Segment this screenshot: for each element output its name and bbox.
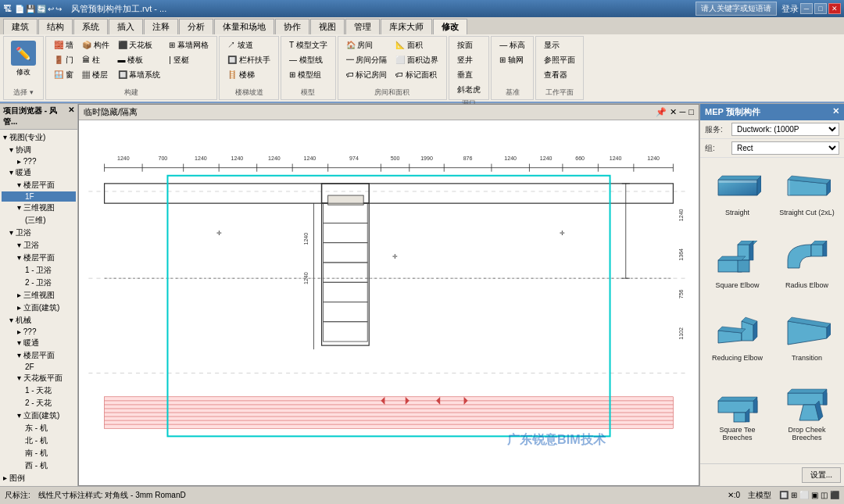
tree-item-schedules[interactable]: ▾ 明细表/数量: [2, 484, 76, 486]
modify-btn[interactable]: ✏️ 修改: [9, 38, 38, 80]
minimize-btn[interactable]: ─: [800, 3, 813, 14]
tree-item-east-mech[interactable]: 东 - 机: [2, 422, 76, 434]
window-btn[interactable]: 🪟 窗: [51, 68, 77, 82]
canvas-close[interactable]: ✕: [670, 107, 677, 117]
tree-item-3d[interactable]: (三维): [2, 214, 76, 227]
mep-item-square-tee[interactable]: Square Tee Breeches: [705, 381, 770, 457]
tree-item-1-ceiling[interactable]: 1 - 天花: [2, 384, 76, 397]
tree-item-coord-ques[interactable]: ▸ ???: [2, 156, 76, 166]
tab-structure[interactable]: 结构: [38, 19, 73, 34]
tree-item-2-ceiling[interactable]: 2 - 天花: [2, 397, 76, 409]
room-sep-btn[interactable]: ━ 房间分隔: [343, 53, 391, 67]
search-box[interactable]: 请人关键字或短语请: [696, 2, 777, 16]
project-browser-close[interactable]: ✕: [68, 105, 74, 127]
canvas-minimize[interactable]: ─: [680, 107, 686, 117]
area-boundary-btn[interactable]: ⬜ 面积边界: [392, 53, 442, 67]
mep-item-radius-elbow[interactable]: Radius Elbow: [774, 237, 839, 305]
by-face-btn[interactable]: 按面: [454, 38, 484, 52]
mep-item-square-elbow[interactable]: Square Elbow: [705, 237, 770, 305]
vertical-btn[interactable]: 垂直: [454, 68, 484, 82]
mep-item-transition[interactable]: Transition: [774, 309, 839, 377]
mep-close-btn[interactable]: ✕: [832, 106, 839, 118]
tree-item-views[interactable]: ▾ 视图(专业): [2, 131, 76, 144]
mep-item-straight-cut[interactable]: Straight Cut (2xL): [774, 164, 839, 232]
tree-item-ceiling-plan[interactable]: ▾ 天花板平面: [2, 372, 76, 384]
grid-btn[interactable]: ⊞ 轴网: [496, 53, 528, 67]
dormer-btn[interactable]: 斜老虎: [454, 83, 484, 97]
login-btn[interactable]: 登录: [781, 3, 799, 15]
tree-item-2f[interactable]: 2F: [2, 362, 76, 372]
tree-item-elevation2[interactable]: ▾ 立面(建筑): [2, 409, 76, 422]
tree-item-floor-plan2[interactable]: ▾ 楼层平面: [2, 252, 76, 264]
show-btn[interactable]: 显示: [541, 38, 578, 52]
settings-button[interactable]: 设置...: [802, 467, 841, 483]
railing-btn[interactable]: 🔲 栏杆扶手: [224, 53, 274, 67]
model-text-btn[interactable]: T 模型文字: [286, 38, 331, 52]
tree-item-bath[interactable]: ▾ 卫浴: [2, 227, 76, 239]
column-btn[interactable]: 🏛 柱: [79, 53, 113, 67]
component-btn[interactable]: 📦 构件: [79, 38, 113, 52]
level-btn[interactable]: — 标高: [496, 38, 528, 52]
tree-item-south-mech[interactable]: 南 - 机: [2, 447, 76, 459]
curtain-grid-btn[interactable]: ⊞ 幕墙网格: [166, 38, 212, 52]
tree-item-3d-views[interactable]: ▾ 三维视图: [2, 202, 76, 214]
mullion-btn[interactable]: | 竖梃: [166, 53, 212, 67]
tree-item-mech-ques[interactable]: ▸ ???: [2, 327, 76, 337]
title-bar-right: 请人关键字或短语请 登录 ─ □ ✕: [696, 2, 841, 16]
mep-item-reducing-elbow[interactable]: Reducing Elbow: [705, 309, 770, 377]
canvas-inner[interactable]: 1240 700 1240 1240 1240 1240 974 500 199…: [79, 120, 699, 484]
tree-item-1-bath[interactable]: 1 - 卫浴: [2, 264, 76, 277]
tree-item-elevation[interactable]: ▸ 立面(建筑): [2, 302, 76, 314]
tab-view[interactable]: 视图: [310, 19, 345, 34]
area-btn[interactable]: 📐 面积: [392, 38, 442, 52]
mep-service-select[interactable]: Ductwork: (1000P: [731, 123, 839, 136]
transition-icon: [784, 313, 831, 352]
tree-item-west-mech[interactable]: 西 - 机: [2, 459, 76, 472]
tab-system[interactable]: 系统: [73, 19, 108, 34]
viewer-btn[interactable]: 查看器: [541, 68, 578, 82]
tree-item-mech[interactable]: ▾ 机械: [2, 314, 76, 327]
stair-btn[interactable]: 🪜 楼梯: [224, 68, 274, 82]
mep-item-straight[interactable]: Straight: [705, 164, 770, 232]
mep-group-select[interactable]: Rect: [731, 141, 839, 155]
tab-massing[interactable]: 体量和场地: [214, 19, 274, 34]
ref-plane-btn[interactable]: 参照平面: [541, 53, 578, 67]
canvas-pin[interactable]: 📌: [656, 107, 667, 117]
tab-modify[interactable]: 修改: [433, 19, 467, 34]
maximize-btn[interactable]: □: [814, 3, 827, 14]
tab-analyze[interactable]: 分析: [179, 19, 213, 34]
tag-room-btn[interactable]: 🏷 标记房间: [343, 68, 391, 82]
tree-item-legend[interactable]: ▸ 图例: [2, 472, 76, 484]
ramp-btn[interactable]: ↗ 坡道: [224, 38, 274, 52]
tree-item-3d-views2[interactable]: ▸ 三维视图: [2, 289, 76, 302]
slab-btn[interactable]: ▬ 楼板: [115, 53, 164, 67]
tab-insert[interactable]: 插入: [109, 19, 143, 34]
curtain-system-btn[interactable]: 🔲 幕墙系统: [115, 68, 164, 82]
tree-item-floor-plan3[interactable]: ▾ 楼层平面: [2, 349, 76, 362]
ceiling-btn[interactable]: ⬛ 天花板: [115, 38, 164, 52]
tree-item-bath2[interactable]: ▾ 卫浴: [2, 239, 76, 252]
room-btn[interactable]: 🏠 房间: [343, 38, 391, 52]
tree-item-floor-plan[interactable]: ▾ 楼层平面: [2, 179, 76, 191]
model-group-btn[interactable]: ⊞ 模型组: [286, 68, 331, 82]
tag-area-btn[interactable]: 🏷 标记面积: [392, 68, 442, 82]
door-btn[interactable]: 🚪 门: [51, 53, 77, 67]
tree-item-coord[interactable]: ▾ 协调: [2, 144, 76, 156]
tree-item-north-mech[interactable]: 北 - 机: [2, 434, 76, 447]
tab-annotate[interactable]: 注释: [144, 19, 178, 34]
tab-manage[interactable]: 管理: [345, 19, 380, 34]
model-line-btn[interactable]: — 模型线: [286, 53, 331, 67]
shaft-btn[interactable]: 竖井: [454, 53, 484, 67]
window-close-btn[interactable]: ✕: [828, 3, 841, 14]
tree-item-hvac[interactable]: ▾ 暖通: [2, 166, 76, 179]
tree-item-1f[interactable]: 1F: [2, 191, 76, 202]
tab-collaborate[interactable]: 协作: [275, 19, 309, 34]
tree-item-2-bath[interactable]: 2 - 卫浴: [2, 277, 76, 289]
floor-btn[interactable]: ▦ 楼层: [79, 68, 113, 82]
tab-architecture[interactable]: 建筑: [3, 19, 38, 34]
canvas-restore[interactable]: □: [688, 107, 694, 117]
mep-item-drop-cheek[interactable]: Drop Cheek Breeches: [774, 381, 839, 457]
tree-item-mech-hvac[interactable]: ▾ 暖通: [2, 337, 76, 349]
wall-btn[interactable]: 🧱 墙: [51, 38, 77, 52]
tab-library-master[interactable]: 库床大师: [381, 19, 432, 34]
